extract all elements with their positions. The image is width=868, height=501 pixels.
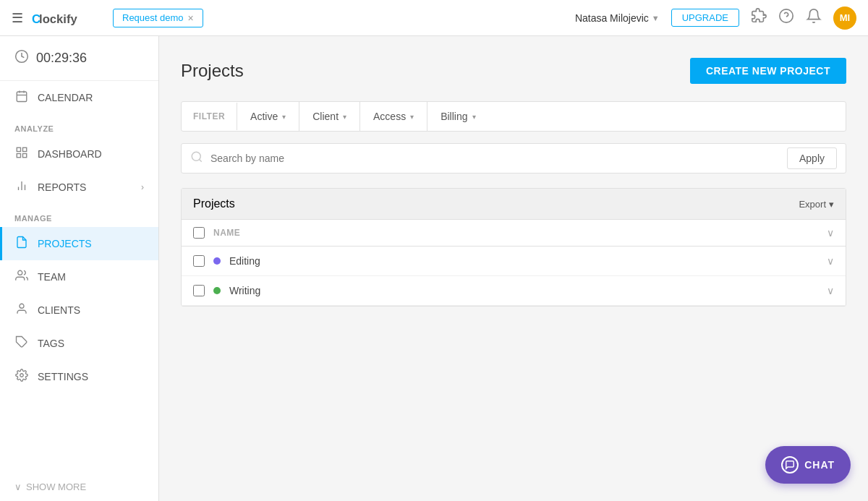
request-demo-button[interactable]: Request demo × xyxy=(113,9,203,27)
sidebar-item-calendar[interactable]: CALENDAR xyxy=(0,81,158,114)
expand-col-icon[interactable]: ∨ xyxy=(827,227,834,239)
chat-icon xyxy=(781,456,799,474)
project-color-dot xyxy=(213,287,221,294)
timer-value: 00:29:36 xyxy=(36,51,87,66)
hamburger-icon[interactable]: ☰ xyxy=(12,10,23,26)
active-filter-label: Active xyxy=(250,111,278,122)
navbar-left: ☰ C lockify Request demo × xyxy=(12,8,566,28)
table-header-title: Projects xyxy=(193,197,235,210)
search-icon xyxy=(190,150,203,166)
team-icon xyxy=(14,269,29,285)
billing-filter-label: Billing xyxy=(441,111,467,122)
logo[interactable]: C lockify xyxy=(32,8,104,28)
apply-button[interactable]: Apply xyxy=(787,147,837,169)
row-checkbox[interactable] xyxy=(193,285,205,296)
help-icon[interactable] xyxy=(778,8,794,27)
demo-btn-label: Request demo xyxy=(122,12,184,23)
sidebar-item-dashboard[interactable]: DASHBOARD xyxy=(0,137,158,171)
close-icon[interactable]: × xyxy=(188,12,194,24)
svg-point-2 xyxy=(780,9,793,22)
manage-section-label: MANAGE xyxy=(0,204,158,227)
table-row[interactable]: Editing ∨ xyxy=(182,247,846,276)
chevron-down-icon: ▾ xyxy=(410,113,414,121)
reports-icon xyxy=(14,179,29,195)
page-header: Projects CREATE NEW PROJECT xyxy=(181,58,846,84)
avatar[interactable]: MI xyxy=(833,7,856,30)
chevron-down-icon: ▾ xyxy=(282,113,286,121)
svg-rect-11 xyxy=(23,154,27,158)
create-new-project-button[interactable]: CREATE NEW PROJECT xyxy=(690,58,846,84)
clock-icon xyxy=(14,49,29,67)
client-filter-label: Client xyxy=(312,111,339,122)
search-input[interactable] xyxy=(210,147,787,170)
name-column-header: NAME xyxy=(213,228,240,238)
expand-row-icon[interactable]: ∨ xyxy=(827,285,834,296)
svg-point-19 xyxy=(20,374,24,377)
svg-rect-12 xyxy=(17,154,20,158)
chat-label: CHAT xyxy=(804,459,835,471)
sidebar-item-tags[interactable]: TAGS xyxy=(0,327,158,360)
user-name[interactable]: Natasa Milojevic ▼ xyxy=(575,12,660,24)
row-checkbox[interactable] xyxy=(193,255,205,267)
table-header: Projects Export ▾ xyxy=(182,189,846,220)
page-title: Projects xyxy=(181,61,244,81)
sidebar-item-team[interactable]: TEAM xyxy=(0,260,158,294)
settings-icon xyxy=(14,369,29,385)
svg-line-21 xyxy=(199,159,201,161)
svg-point-20 xyxy=(192,152,200,160)
sidebar-item-reports[interactable]: REPORTS › xyxy=(0,171,158,204)
sidebar-item-label: TAGS xyxy=(38,338,64,349)
filter-label: FILTER xyxy=(182,103,237,130)
sidebar-item-label: CALENDAR xyxy=(38,92,93,103)
sidebar-item-label: REPORTS xyxy=(38,181,86,193)
show-more-label: SHOW MORE xyxy=(26,481,86,492)
svg-point-16 xyxy=(18,270,22,275)
select-all-checkbox[interactable] xyxy=(193,227,205,239)
svg-rect-9 xyxy=(17,147,20,151)
svg-rect-10 xyxy=(23,147,27,151)
sidebar-timer[interactable]: 00:29:36 xyxy=(0,36,158,81)
dashboard-icon xyxy=(14,146,29,162)
svg-text:lockify: lockify xyxy=(39,12,78,25)
show-more-button[interactable]: ∨ SHOW MORE xyxy=(0,473,158,501)
sidebar-item-label: DASHBOARD xyxy=(38,148,102,160)
svg-rect-5 xyxy=(17,92,27,102)
filter-bar: FILTER Active ▾ Client ▾ Access ▾ Billin… xyxy=(181,101,846,132)
table-row[interactable]: Writing ∨ xyxy=(182,276,846,306)
clients-icon xyxy=(14,302,29,318)
sidebar-item-label: TEAM xyxy=(38,271,66,283)
sidebar-item-label: SETTINGS xyxy=(38,371,88,382)
access-filter-dropdown[interactable]: Access ▾ xyxy=(360,102,427,131)
active-filter-dropdown[interactable]: Active ▾ xyxy=(237,102,299,131)
calendar-icon xyxy=(14,90,29,106)
clockify-logo-svg: C lockify xyxy=(32,8,104,28)
navbar: ☰ C lockify Request demo × Natasa Miloje… xyxy=(0,0,868,36)
sidebar-item-projects[interactable]: PROJECTS xyxy=(0,227,158,260)
chat-button[interactable]: CHAT xyxy=(765,446,851,484)
project-name: Writing xyxy=(229,285,818,296)
content-area: Projects CREATE NEW PROJECT FILTER Activ… xyxy=(159,36,868,501)
chevron-down-icon: ▾ xyxy=(472,113,476,121)
billing-filter-dropdown[interactable]: Billing ▾ xyxy=(427,102,488,131)
sidebar-item-clients[interactable]: CLIENTS xyxy=(0,294,158,327)
project-color-dot xyxy=(213,257,221,265)
chevron-right-icon: › xyxy=(141,182,144,192)
tags-icon xyxy=(14,335,29,351)
expand-row-icon[interactable]: ∨ xyxy=(827,255,834,267)
search-bar: Apply xyxy=(181,143,846,174)
client-filter-dropdown[interactable]: Client ▾ xyxy=(299,102,360,131)
bell-icon[interactable] xyxy=(806,8,822,27)
svg-point-17 xyxy=(20,304,24,308)
main-layout: 00:29:36 CALENDAR ANALYZE DASHBOARD REPO… xyxy=(0,36,868,501)
puzzle-icon[interactable] xyxy=(751,8,767,27)
analyze-section-label: ANALYZE xyxy=(0,114,158,137)
export-button[interactable]: Export ▾ xyxy=(799,199,834,210)
chevron-down-icon: ▾ xyxy=(343,113,346,121)
sidebar-item-settings[interactable]: SETTINGS xyxy=(0,360,158,393)
sidebar-item-label: CLIENTS xyxy=(38,304,80,316)
projects-icon xyxy=(14,236,29,252)
column-header-row: NAME ∨ xyxy=(182,220,846,247)
upgrade-button[interactable]: UPGRADE xyxy=(671,9,739,27)
chevron-down-icon: ∨ xyxy=(14,481,22,492)
sidebar: 00:29:36 CALENDAR ANALYZE DASHBOARD REPO… xyxy=(0,36,159,501)
